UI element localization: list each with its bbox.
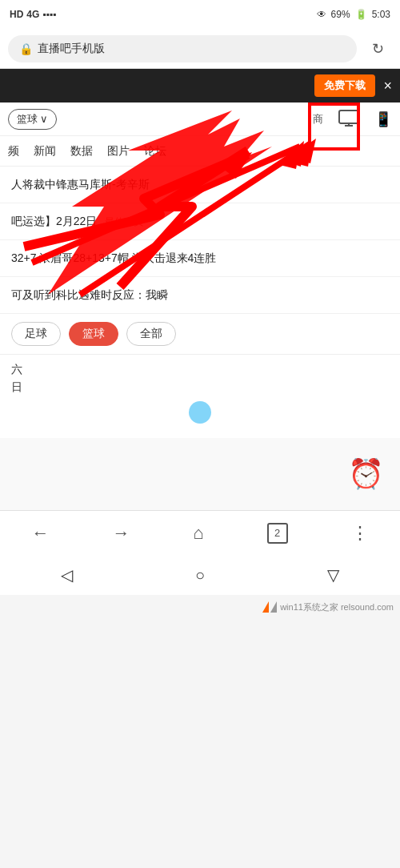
news-item[interactable]: 人将裁中锋惠马库斯-考辛斯 [0,167,400,203]
signal-icon: 4G [26,9,39,20]
sub-nav: 频 新闻 数据 图片 论坛 [0,136,400,167]
subnav-item-image[interactable]: 图片 [107,144,130,159]
subnav-item-data[interactable]: 数据 [70,144,93,159]
logo-triangle-gray [270,601,277,613]
tabs-button[interactable]: 2 [267,523,288,544]
hd-badge: HD [10,9,23,20]
category-pill[interactable]: 篮球 ∨ [8,109,57,130]
battery-icon: 🔋 [355,9,367,20]
brand-text: win11系统之家 relsound.com [280,601,394,613]
bottom-nav: ← → ⌂ 2 ⋮ [0,510,400,555]
schedule-day-sat: 六 [11,363,389,377]
home-button[interactable]: ⌂ [193,523,203,544]
lock-icon: 🔒 [19,42,33,55]
svg-rect-9 [339,111,358,123]
ad-banner: 免费下载 × [0,69,400,102]
eye-icon: 👁 [317,9,326,20]
battery-level: 69% [331,9,350,20]
news-text: 人将裁中锋惠马库斯-考辛斯 [11,178,150,191]
news-text-3: 32+7 浓眉哥28+13+7帽 湖人击退来4连胜 [11,251,216,264]
logo-triangle-orange [262,601,269,613]
clock-icon: ⏰ [348,457,384,491]
category-label: 篮球 [17,112,38,127]
close-button[interactable]: × [383,78,392,94]
subnav-item-video[interactable]: 频 [8,144,19,159]
news-item-with-date[interactable]: 吧运选】2月22日 最佳球员 [0,203,400,240]
schedule-section: 六 日 [0,355,400,438]
monitor-icon-box[interactable] [331,102,366,137]
browser-bar: 🔒 直播吧手机版 ↻ [0,29,400,69]
schedule-day-sun: 日 [11,380,389,395]
brand-logo [262,601,277,613]
subnav-item-news[interactable]: 新闻 [34,144,56,159]
cat-tabs: 足球 篮球 全部 [0,314,400,355]
news-item-4[interactable]: 可及听到科比遇难时反应：我瞬 [0,277,400,314]
monitor-icon [338,108,360,131]
subnav-item-forum[interactable]: 论坛 [144,144,166,159]
status-right: 👁 69% 🔋 5:03 [317,9,390,20]
news-item-3[interactable]: 32+7 浓眉哥28+13+7帽 湖人击退来4连胜 [0,240,400,277]
url-text: 直播吧手机版 [38,42,346,56]
chevron-down-icon: ∨ [40,113,48,125]
url-bar[interactable]: 🔒 直播吧手机版 [8,35,357,62]
bottom-content-area: ⏰ [0,438,400,510]
news-badge: 最佳球员 [105,215,143,229]
forward-button[interactable]: → [112,523,130,544]
mobile-icon[interactable]: 📱 [374,111,392,128]
status-left: HD 4G ▪▪▪▪ [10,9,56,20]
news-text-4: 可及听到科比遇难时反应：我瞬 [11,288,168,301]
sys-nav: ◁ ○ ▽ [0,555,400,595]
news-text-2: 吧运选】2月22日 [11,213,97,230]
signal-bars: ▪▪▪▪ [42,9,56,20]
tab-all[interactable]: 全部 [126,322,176,346]
news-section: 人将裁中锋惠马库斯-考辛斯 吧运选】2月22日 最佳球员 32+7 浓眉哥28+… [0,167,400,314]
brand-bar: win11系统之家 relsound.com [0,595,400,619]
shop-icon: 商 [313,112,323,127]
recents-gesture-button[interactable]: ▽ [327,565,339,585]
time-display: 5:03 [372,9,390,20]
menu-button[interactable]: ⋮ [351,523,369,544]
nav-cat-bar: 篮球 ∨ 商 📱 [0,102,400,136]
tab-basketball[interactable]: 篮球 [69,322,118,346]
back-gesture-button[interactable]: ◁ [61,565,73,585]
free-download-button[interactable]: 免费下载 [314,74,375,97]
status-bar: HD 4G ▪▪▪▪ 👁 69% 🔋 5:03 [0,0,400,29]
home-gesture-button[interactable]: ○ [195,566,205,585]
tab-soccer[interactable]: 足球 [11,322,61,346]
refresh-button[interactable]: ↻ [363,34,392,63]
back-button[interactable]: ← [31,523,49,544]
